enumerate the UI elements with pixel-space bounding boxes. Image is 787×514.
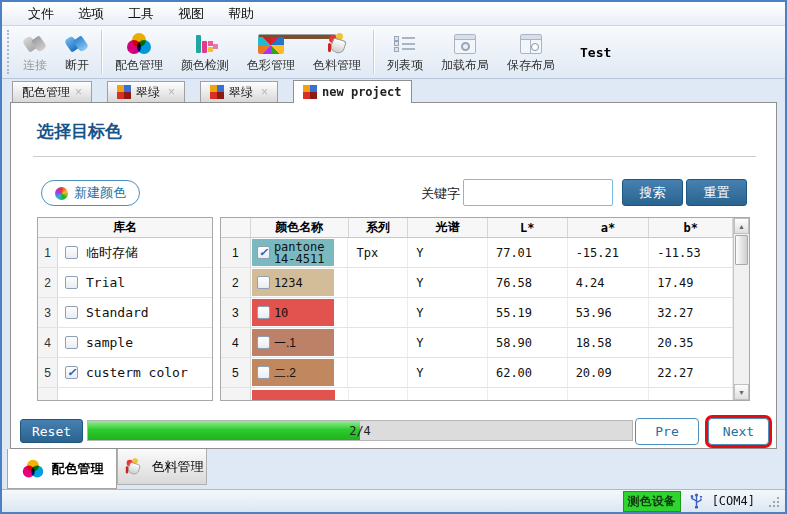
puzzle-icon xyxy=(117,85,131,99)
next-button[interactable]: Next xyxy=(708,418,769,445)
puzzle-icon xyxy=(303,85,317,99)
color-row[interactable]: 4 一.1 Y 58.90 18.58 20.35 xyxy=(221,328,733,358)
menu-view[interactable]: 视图 xyxy=(166,2,216,25)
tab-color-matching[interactable]: 配色管理 × xyxy=(12,81,92,102)
menu-help[interactable]: 帮助 xyxy=(216,2,266,25)
scroll-down-icon[interactable]: ▼ xyxy=(734,384,749,400)
color-row[interactable]: 5 二.2 Y 62.00 20.09 22.27 xyxy=(221,358,733,388)
usb-connect-icon xyxy=(23,30,47,57)
scroll-up-icon[interactable]: ▲ xyxy=(734,218,749,234)
usb-disconnect-icon xyxy=(65,30,89,57)
library-row[interactable]: 5 ✓ custerm color xyxy=(38,358,212,388)
usb-icon xyxy=(689,493,704,509)
keyword-input[interactable] xyxy=(463,179,613,206)
app-window: 文件 选项 工具 视图 帮助 连接 断开 配色管理 颜色检测 色彩管理 xyxy=(0,0,787,514)
save-layout-icon xyxy=(520,30,542,57)
library-checkbox[interactable] xyxy=(65,246,78,259)
pre-button[interactable]: Pre xyxy=(635,418,699,445)
tab-emerald-1[interactable]: 翠绿 × xyxy=(107,81,185,102)
color-checkbox[interactable] xyxy=(257,276,270,289)
color-detect-button[interactable]: 颜色检测 xyxy=(172,28,238,76)
progress-label: 2/4 xyxy=(88,421,632,440)
color-wheel-icon xyxy=(127,30,151,57)
color-row[interactable]: 1 ✓ pantone 14-4511 Tpx Y 77.01 -15.21 -… xyxy=(221,238,733,268)
module-tab-pigment[interactable]: 色料管理 xyxy=(117,449,207,485)
module-tab-color-matching[interactable]: 配色管理 xyxy=(7,449,117,489)
color-folder-icon xyxy=(258,30,284,57)
color-management-button[interactable]: 色彩管理 xyxy=(238,28,304,76)
toolbar: 连接 断开 配色管理 颜色检测 色彩管理 色料管理 列表项 xyxy=(2,26,785,79)
load-layout-icon xyxy=(454,30,476,57)
menu-options[interactable]: 选项 xyxy=(66,2,116,25)
close-icon[interactable]: × xyxy=(168,85,175,99)
resize-grip-icon[interactable] xyxy=(767,495,779,507)
menu-tools[interactable]: 工具 xyxy=(116,2,166,25)
color-swatch xyxy=(252,390,335,400)
color-table-header: 颜色名称 系列 光谱 L* a* b* xyxy=(221,218,733,238)
paint-bucket-icon xyxy=(325,30,349,57)
color-row[interactable]: 3 10 Y 55.19 53.96 32.27 xyxy=(221,298,733,328)
color-detect-icon xyxy=(193,30,217,57)
status-bar: 测色设备 [COM4] xyxy=(2,489,785,512)
library-row[interactable]: 3 Standard xyxy=(38,298,212,328)
progress-bar: 2/4 xyxy=(87,420,633,441)
color-row[interactable]: 2 1234 Y 76.58 4.24 17.49 xyxy=(221,268,733,298)
color-wheel-icon xyxy=(22,459,42,478)
tab-emerald-2[interactable]: 翠绿 × xyxy=(200,81,278,102)
connect-button[interactable]: 连接 xyxy=(14,28,56,76)
reset-filter-button[interactable]: 重置 xyxy=(686,179,747,206)
library-checkbox[interactable]: ✓ xyxy=(65,366,78,379)
library-checkbox[interactable] xyxy=(65,276,78,289)
load-layout-button[interactable]: 加载布局 xyxy=(432,28,498,76)
divider xyxy=(33,156,756,157)
reset-button[interactable]: Reset xyxy=(20,419,83,443)
menu-file[interactable]: 文件 xyxy=(16,2,66,25)
search-button[interactable]: 搜索 xyxy=(622,179,683,206)
color-matching-button[interactable]: 配色管理 xyxy=(106,28,172,76)
select-target-color-panel: 选择目标色 新建颜色 关键字 搜索 重置 库名 1 临时存储 2 Trial 3 xyxy=(10,102,777,449)
toolbar-separator xyxy=(373,30,375,74)
color-checkbox[interactable] xyxy=(257,306,270,319)
toolbar-separator xyxy=(101,30,103,74)
puzzle-icon xyxy=(210,85,224,99)
color-swatch: 1234 xyxy=(252,269,335,296)
scrollbar-thumb[interactable] xyxy=(735,235,748,265)
library-row-empty xyxy=(38,388,212,401)
tab-new-project[interactable]: new project xyxy=(293,80,411,103)
module-tab-bar: 配色管理 色料管理 xyxy=(2,449,785,489)
library-table: 库名 1 临时存储 2 Trial 3 Standard 4 sample xyxy=(37,217,213,401)
library-row[interactable]: 4 sample xyxy=(38,328,212,358)
save-layout-button[interactable]: 保存布局 xyxy=(498,28,564,76)
new-color-button[interactable]: 新建颜色 xyxy=(41,180,140,206)
new-color-icon xyxy=(55,187,68,200)
list-icon xyxy=(394,30,416,57)
color-swatch: ✓ pantone 14-4511 xyxy=(252,239,335,266)
close-icon[interactable]: × xyxy=(261,85,268,99)
library-checkbox[interactable] xyxy=(65,306,78,319)
com-port-label: [COM4] xyxy=(712,494,755,508)
library-row[interactable]: 1 临时存储 xyxy=(38,238,212,268)
toolbar-grip xyxy=(7,30,12,74)
paint-bucket-icon xyxy=(123,458,142,476)
color-checkbox[interactable]: ✓ xyxy=(257,246,270,259)
color-row-partial xyxy=(221,388,733,400)
test-label: Test xyxy=(580,45,611,60)
library-checkbox[interactable] xyxy=(65,336,78,349)
disconnect-button[interactable]: 断开 xyxy=(56,28,98,76)
document-tab-strip: 配色管理 × 翠绿 × 翠绿 × new project xyxy=(2,79,785,102)
color-swatch: 10 xyxy=(252,299,335,326)
color-swatch: 一.1 xyxy=(252,329,335,356)
vertical-scrollbar[interactable]: ▲ ▼ xyxy=(733,218,749,400)
color-checkbox[interactable] xyxy=(257,336,270,349)
close-icon[interactable]: × xyxy=(75,85,82,99)
list-items-button[interactable]: 列表项 xyxy=(378,28,432,76)
library-row[interactable]: 2 Trial xyxy=(38,268,212,298)
device-status-badge: 测色设备 xyxy=(623,491,681,512)
library-table-header: 库名 xyxy=(38,218,212,238)
page-title: 选择目标色 xyxy=(37,120,122,143)
color-swatch: 二.2 xyxy=(252,359,335,386)
keyword-label: 关键字 xyxy=(421,185,460,203)
color-checkbox[interactable] xyxy=(257,366,270,379)
menu-bar: 文件 选项 工具 视图 帮助 xyxy=(2,2,785,26)
color-table: 颜色名称 系列 光谱 L* a* b* 1 ✓ pantone 14-4511 xyxy=(220,217,750,401)
